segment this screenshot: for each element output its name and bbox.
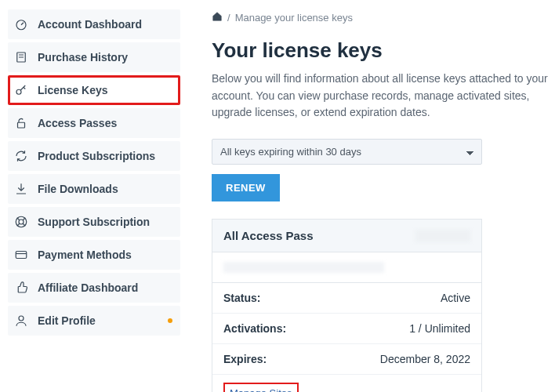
sidebar-item-label: Support Subscription bbox=[38, 216, 174, 228]
renew-button[interactable]: RENEW bbox=[212, 174, 280, 201]
thumbs-up-icon bbox=[14, 281, 28, 295]
license-status-row: Status: Active bbox=[212, 283, 481, 314]
redacted-value bbox=[223, 262, 384, 273]
sidebar-item-label: Affiliate Dashboard bbox=[38, 281, 174, 294]
filter-select[interactable]: All keys expiring within 30 days bbox=[212, 139, 482, 165]
sidebar-item-label: Edit Profile bbox=[38, 314, 174, 327]
sidebar-item-access-passes[interactable]: Access Passes bbox=[8, 108, 180, 138]
sidebar-item-label: Purchase History bbox=[38, 51, 174, 64]
sidebar-item-purchase-history[interactable]: Purchase History bbox=[8, 42, 180, 72]
status-label: Status: bbox=[223, 292, 260, 304]
sidebar-item-label: Product Subscriptions bbox=[38, 150, 174, 162]
manage-sites-link[interactable]: Manage Sites bbox=[223, 383, 299, 392]
lifebuoy-icon bbox=[14, 215, 28, 229]
sidebar-item-label: License Keys bbox=[38, 84, 174, 96]
license-title: All Access Pass bbox=[223, 229, 314, 242]
license-activations-row: Activations: 1 / Unlimited bbox=[212, 314, 481, 344]
page-title: Your license keys bbox=[212, 38, 555, 63]
sidebar-item-label: File Downloads bbox=[38, 183, 174, 195]
sidebar-item-payment-methods[interactable]: Payment Methods bbox=[8, 240, 180, 270]
license-card: All Access Pass Status: Active Activatio… bbox=[212, 219, 482, 392]
download-icon bbox=[14, 182, 28, 196]
sidebar-item-file-downloads[interactable]: File Downloads bbox=[8, 174, 180, 204]
activations-label: Activations: bbox=[223, 322, 286, 335]
license-footer: Manage Sites bbox=[212, 375, 481, 392]
sidebar-item-license-keys[interactable]: License Keys bbox=[8, 75, 180, 105]
sidebar-item-edit-profile[interactable]: Edit Profile bbox=[8, 306, 180, 336]
expires-value: December 8, 2022 bbox=[380, 353, 470, 365]
page-description: Below you will find information about al… bbox=[212, 71, 555, 122]
svg-rect-6 bbox=[16, 252, 27, 259]
lock-open-icon bbox=[14, 116, 28, 130]
status-value: Active bbox=[441, 292, 470, 304]
sidebar: Account Dashboard Purchase History Licen… bbox=[0, 0, 188, 392]
svg-point-5 bbox=[19, 220, 24, 224]
main-content: / Manage your license keys Your license … bbox=[188, 0, 555, 392]
home-icon[interactable] bbox=[212, 11, 223, 24]
sidebar-item-account-dashboard[interactable]: Account Dashboard bbox=[8, 9, 180, 39]
key-icon bbox=[14, 83, 28, 97]
license-key-row bbox=[212, 252, 481, 283]
sidebar-item-label: Account Dashboard bbox=[38, 18, 174, 31]
sidebar-item-label: Payment Methods bbox=[38, 249, 174, 261]
svg-rect-3 bbox=[18, 122, 25, 128]
breadcrumb: / Manage your license keys bbox=[212, 11, 555, 24]
svg-point-7 bbox=[19, 316, 24, 321]
sidebar-item-label: Access Passes bbox=[38, 117, 174, 129]
user-icon bbox=[14, 314, 28, 328]
license-expires-row: Expires: December 8, 2022 bbox=[212, 344, 481, 375]
notification-dot-icon bbox=[168, 318, 172, 323]
sidebar-item-product-subscriptions[interactable]: Product Subscriptions bbox=[8, 141, 180, 171]
expires-label: Expires: bbox=[223, 353, 267, 365]
gauge-icon bbox=[14, 17, 28, 31]
credit-card-icon bbox=[14, 248, 28, 262]
sidebar-item-affiliate-dashboard[interactable]: Affiliate Dashboard bbox=[8, 273, 180, 303]
sidebar-item-support-subscription[interactable]: Support Subscription bbox=[8, 207, 180, 237]
svg-point-2 bbox=[16, 89, 21, 94]
breadcrumb-current: Manage your license keys bbox=[235, 12, 353, 24]
breadcrumb-separator: / bbox=[227, 12, 230, 24]
license-card-header: All Access Pass bbox=[212, 220, 481, 252]
receipt-icon bbox=[14, 50, 28, 64]
refresh-icon bbox=[14, 149, 28, 163]
redacted-value bbox=[415, 230, 470, 242]
activations-value: 1 / Unlimited bbox=[409, 322, 470, 335]
